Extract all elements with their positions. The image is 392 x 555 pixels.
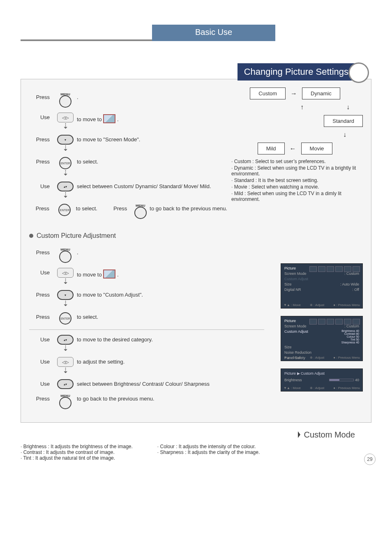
instructions-panel: Press MENU . Use ◁ ▷ ⇣ to move to .	[21, 79, 371, 423]
section-title: Changing Picture Settings	[238, 63, 355, 81]
enter-button-icon: ENTER	[59, 312, 71, 325]
menu-button-icon	[59, 251, 71, 263]
left-right-button-icon: ◁ ▷	[57, 268, 74, 278]
up-down-button-icon: ▴▾	[57, 335, 74, 345]
mode-diagram: Custom → Dynamic ↑ ↓ Standard ↓	[227, 88, 363, 224]
left-right-button-icon: ◁ ▷	[57, 357, 74, 367]
up-down-button-icon: ▴▾	[57, 182, 74, 191]
basic-use-header: Basic Use	[21, 25, 371, 51]
subsection-heading: Custom Picture Adjustment	[29, 232, 363, 240]
definitions: Brightness : It adjusts the brightness o…	[21, 444, 371, 461]
step-text: .	[77, 92, 78, 100]
menu-button-icon	[59, 95, 71, 108]
menu-button-icon	[134, 207, 147, 219]
page-number: 29	[364, 454, 376, 465]
picture-icon	[103, 269, 115, 279]
tv-screenshot-3: Picture ▶ Custom Adjust Brightness 40 ▼▲…	[281, 368, 363, 391]
left-right-button-icon: ◁ ▷	[57, 113, 74, 122]
down-button-icon: ▾	[57, 135, 74, 145]
enter-button-icon: ENTER	[59, 157, 71, 169]
up-down-button-icon: ▴▾	[57, 379, 74, 389]
enter-button-icon: ENTER	[58, 204, 71, 216]
mode-descriptions: · Custom : Select to set user’s preferen…	[227, 154, 363, 202]
menu-button-icon	[59, 397, 71, 409]
down-button-icon: ▾	[57, 290, 74, 300]
arrow-down-icon: ⇣	[62, 122, 69, 130]
step-verb: Press	[29, 92, 54, 100]
picture-icon	[103, 114, 115, 123]
custom-mode-heading: Custom Mode	[21, 430, 371, 440]
basic-use-tab: Basic Use	[152, 25, 275, 39]
tv-screenshot-1: Picture Screen Mode: Custom Custom Adjus…	[281, 263, 363, 309]
tv-screenshot-2: Picture Screen Mode: Custom Custom Adjus…	[281, 316, 363, 361]
